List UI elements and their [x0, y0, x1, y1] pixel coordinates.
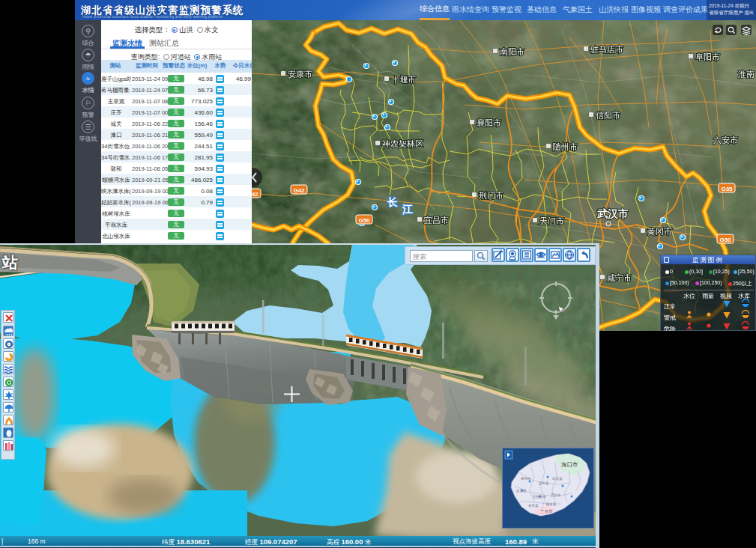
svg-text:宜昌市: 宜昌市 — [424, 216, 449, 225]
svg-text:荆门市: 荆门市 — [479, 191, 504, 200]
svg-text:G42: G42 — [252, 191, 258, 198]
svg-text:江: 江 — [402, 203, 413, 215]
svg-text:定安县: 定安县 — [552, 477, 563, 481]
svg-text:G50: G50 — [719, 237, 731, 243]
svg-text:三亚市: 三亚市 — [540, 509, 553, 514]
svg-text:五指山市: 五指山市 — [533, 494, 547, 499]
svg-text:信阳市: 信阳市 — [596, 111, 620, 120]
svg-text:随州市: 随州市 — [553, 142, 578, 151]
svg-text:六安市: 六安市 — [713, 136, 738, 144]
svg-text:襄阳市: 襄阳市 — [477, 118, 501, 127]
svg-text:天门市: 天门市 — [539, 216, 564, 225]
svg-text:十堰市: 十堰市 — [391, 75, 416, 84]
svg-text:长: 长 — [387, 196, 398, 208]
svg-text:安康市: 安康市 — [288, 70, 312, 79]
svg-text:保亭县: 保亭县 — [527, 504, 539, 508]
svg-text:琼中县: 琼中县 — [538, 481, 549, 485]
svg-text:G50: G50 — [358, 217, 370, 224]
svg-text:南阳市: 南阳市 — [500, 47, 524, 56]
svg-text:G35: G35 — [721, 186, 733, 192]
svg-text:儋州市: 儋州市 — [520, 477, 531, 481]
svg-text:黄冈市: 黄冈市 — [647, 227, 672, 236]
svg-text:淮南: 淮南 — [737, 70, 755, 79]
svg-text:G42: G42 — [293, 187, 305, 194]
svg-text:陵水县: 陵水县 — [546, 502, 557, 506]
svg-text:乐东县: 乐东县 — [515, 489, 527, 493]
svg-text:海口市: 海口市 — [561, 461, 578, 468]
svg-text:神农架林区: 神农架林区 — [382, 139, 423, 148]
svg-text:咸宁市: 咸宁市 — [607, 273, 632, 282]
svg-text:万宁市: 万宁市 — [551, 493, 561, 497]
svg-text:阜阳市: 阜阳市 — [695, 52, 720, 61]
svg-text:驻马店市: 驻马店市 — [590, 45, 623, 54]
svg-text:武汉市: 武汉市 — [596, 207, 629, 219]
